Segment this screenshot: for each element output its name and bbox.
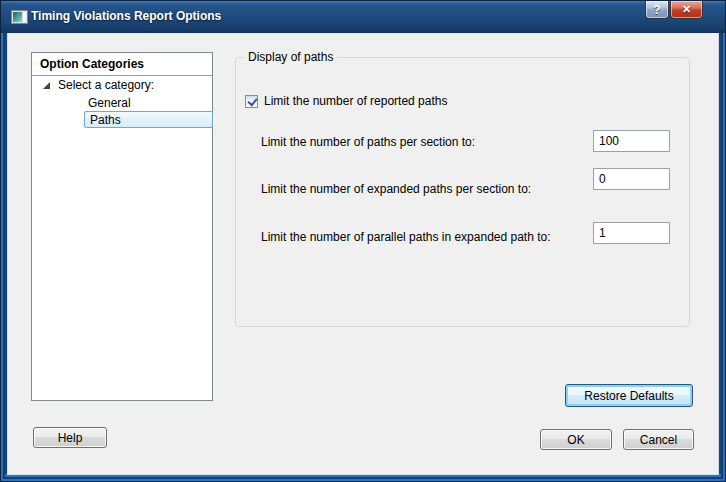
paths-per-section-label: Limit the number of paths per section to… — [261, 135, 475, 149]
tree-root-row[interactable]: Select a category: — [32, 77, 212, 94]
app-icon — [11, 10, 28, 24]
help-button[interactable]: Help — [33, 427, 107, 448]
group-title: Display of paths — [244, 50, 337, 64]
panel-header: Option Categories — [32, 53, 212, 76]
limit-checkbox[interactable] — [245, 95, 258, 108]
tree-expander-icon[interactable] — [43, 82, 50, 89]
dialog-window: Timing Violations Report Options ? ✕ Opt… — [0, 0, 726, 482]
tree-item-paths[interactable]: Paths — [84, 111, 213, 128]
titlebar-close-button[interactable]: ✕ — [670, 1, 703, 19]
parallel-paths-input[interactable] — [593, 222, 670, 244]
window-title: Timing Violations Report Options — [31, 1, 221, 32]
parallel-paths-label: Limit the number of parallel paths in ex… — [261, 230, 551, 244]
tree-root-label: Select a category: — [58, 78, 154, 92]
limit-checkbox-label[interactable]: Limit the number of reported paths — [264, 94, 447, 108]
expanded-paths-per-section-input[interactable] — [593, 168, 670, 190]
titlebar[interactable]: Timing Violations Report Options — [1, 1, 725, 33]
expanded-paths-per-section-label: Limit the number of expanded paths per s… — [261, 182, 531, 196]
paths-per-section-input[interactable] — [593, 130, 670, 152]
cancel-button[interactable]: Cancel — [623, 429, 694, 450]
option-categories-panel: Option Categories Select a category: Gen… — [31, 52, 213, 401]
restore-defaults-button[interactable]: Restore Defaults — [565, 384, 693, 407]
dialog-body: Option Categories Select a category: Gen… — [8, 33, 718, 474]
tree-item-general[interactable]: General — [88, 95, 131, 112]
titlebar-help-button[interactable]: ? — [645, 1, 669, 19]
ok-button[interactable]: OK — [540, 429, 612, 450]
